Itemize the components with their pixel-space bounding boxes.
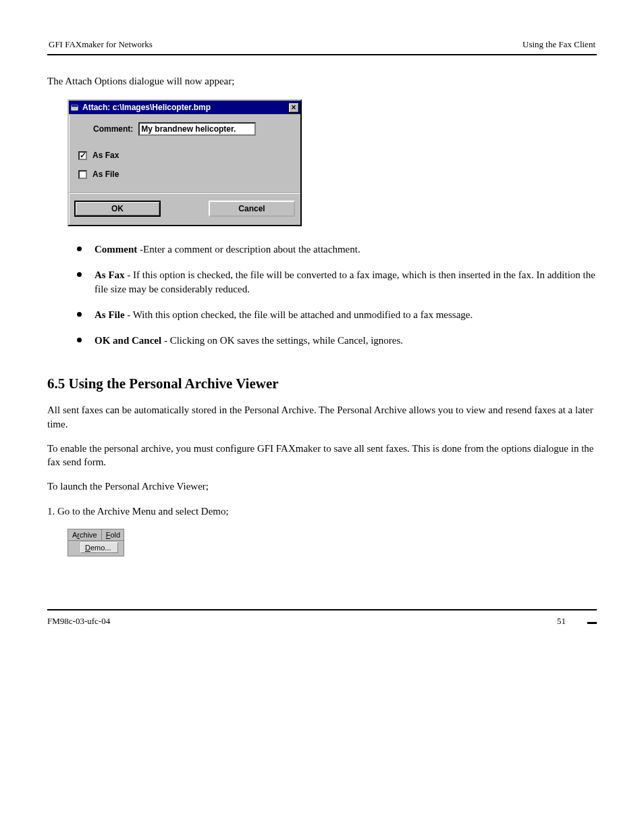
as-fax-checkbox[interactable] bbox=[78, 151, 87, 160]
intro-text: The Attach Options dialogue will now app… bbox=[47, 76, 597, 87]
list-item: Comment -Enter a comment or description … bbox=[77, 242, 597, 256]
header-right: Using the Fax Client bbox=[522, 39, 595, 50]
options-list: Comment -Enter a comment or description … bbox=[77, 242, 597, 347]
menu-text: chive bbox=[80, 531, 97, 539]
option-label: As File bbox=[95, 309, 125, 320]
attach-dialog: Attach: c:\Images\Helicopter.bmp × Comme… bbox=[68, 99, 302, 226]
cancel-button[interactable]: Cancel bbox=[209, 201, 295, 217]
list-item: OK and Cancel - Clicking on OK saves the… bbox=[77, 334, 597, 347]
option-text: - If this option is checked, the file wi… bbox=[95, 269, 595, 294]
menu-accel: D bbox=[85, 544, 90, 552]
close-icon[interactable]: × bbox=[288, 103, 299, 113]
section-title: Using the Personal Archive Viewer bbox=[65, 375, 278, 392]
dialog-body: Comment: As Fax As File bbox=[69, 114, 300, 192]
as-file-checkbox[interactable] bbox=[78, 170, 87, 179]
header-left: GFI FAXmaker for Networks bbox=[49, 39, 153, 50]
option-text: - With this option checked, the file wil… bbox=[125, 309, 473, 320]
page-footer: FM98c-03-ufc-04 51 bbox=[47, 610, 597, 627]
page-content: The Attach Options dialogue will now app… bbox=[47, 55, 597, 609]
dialog-buttons: OK Cancel bbox=[69, 192, 300, 225]
ok-button[interactable]: OK bbox=[74, 201, 161, 217]
section-number: 6.5 bbox=[47, 375, 65, 392]
menu-fold[interactable]: Fold bbox=[101, 529, 124, 540]
archive-menu: Archive Fold Demo... bbox=[68, 529, 124, 556]
option-label: OK and Cancel bbox=[95, 335, 161, 346]
comment-row: Comment: bbox=[78, 122, 291, 136]
as-file-row[interactable]: As File bbox=[78, 170, 291, 179]
option-label: Comment bbox=[95, 244, 137, 255]
option-text: -Enter a comment or description about th… bbox=[137, 244, 360, 255]
comment-label: Comment: bbox=[93, 124, 133, 134]
section-paragraph: To enable the personal archive, you must… bbox=[47, 442, 597, 469]
dialog-titlebar[interactable]: Attach: c:\Images\Helicopter.bmp × bbox=[69, 101, 300, 114]
section-paragraph: To launch the Personal Archive Viewer; bbox=[47, 479, 597, 493]
page: GFI FAXmaker for Networks Using the Fax … bbox=[0, 0, 644, 654]
footer-left: FM98c-03-ufc-04 bbox=[47, 616, 557, 627]
option-text: - Clicking on OK saves the settings, whi… bbox=[161, 335, 403, 346]
section-paragraph: All sent faxes can be automatically stor… bbox=[47, 403, 597, 431]
window-icon bbox=[70, 103, 80, 112]
as-fax-row[interactable]: As Fax bbox=[78, 151, 291, 160]
menu-bar: Archive Fold bbox=[68, 529, 124, 541]
dialog-title: Attach: c:\Images\Helicopter.bmp bbox=[82, 103, 288, 112]
menu-text: old bbox=[110, 531, 120, 539]
section-heading: 6.5 Using the Personal Archive Viewer bbox=[47, 375, 597, 392]
list-item: As File - With this option checked, the … bbox=[77, 308, 597, 321]
option-label: As Fax bbox=[95, 269, 125, 280]
footer-page-number: 51 bbox=[557, 616, 566, 627]
comment-input[interactable] bbox=[138, 122, 256, 136]
as-fax-label: As Fax bbox=[92, 151, 119, 160]
section-step: 1. Go to the Archive Menu and select Dem… bbox=[47, 504, 597, 518]
menu-archive[interactable]: Archive bbox=[68, 529, 101, 540]
as-file-label: As File bbox=[92, 170, 119, 179]
footer-mark bbox=[587, 622, 597, 624]
page-header: GFI FAXmaker for Networks Using the Fax … bbox=[47, 39, 597, 54]
menu-text: emo... bbox=[90, 544, 111, 552]
menu-item-demo[interactable]: Demo... bbox=[80, 542, 118, 553]
list-item: As Fax - If this option is checked, the … bbox=[77, 268, 597, 296]
svg-rect-1 bbox=[72, 105, 78, 107]
